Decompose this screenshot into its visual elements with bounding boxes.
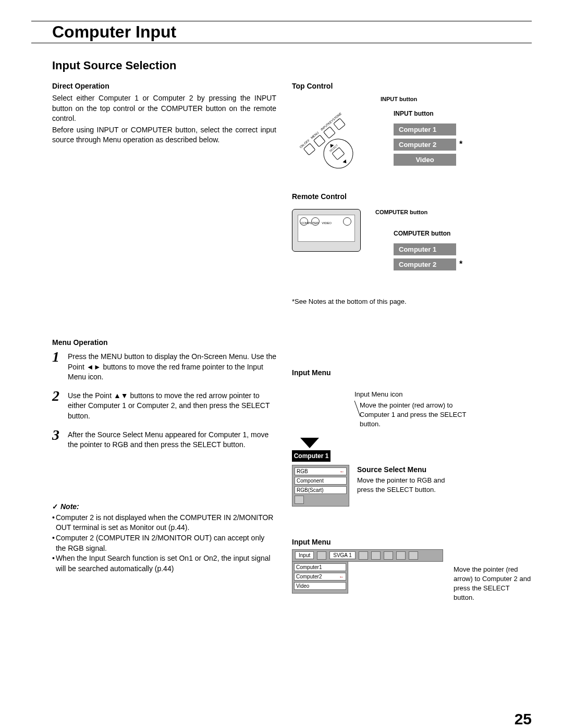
step-text: Use the Point ▲▼ buttons to move the red… bbox=[68, 389, 276, 422]
list-item: Computer2← bbox=[294, 573, 346, 581]
toolbar-icon bbox=[317, 551, 326, 560]
page-title: Computer Input bbox=[52, 22, 532, 42]
list-item: Computer1 bbox=[294, 563, 346, 571]
list-item: Video bbox=[294, 582, 346, 590]
toolbar-icon bbox=[371, 551, 381, 560]
down-arrow-icon bbox=[300, 438, 319, 448]
input-button-label: INPUT button bbox=[394, 110, 434, 117]
toolbar-icon bbox=[409, 551, 418, 560]
input-menu-caption: Move the pointer (red arrow) to Computer… bbox=[360, 401, 474, 429]
source-select-caption: Move the pointer to RGB and press the SE… bbox=[357, 476, 461, 495]
top-control-diagram: ON-OFF MENU INPUT KEYSTONE SELECT bbox=[292, 98, 381, 171]
step-text: Press the MENU button to display the On-… bbox=[68, 350, 276, 382]
input-label: Input bbox=[295, 551, 314, 559]
input-menu-list: Computer1 Computer2← Video bbox=[292, 562, 348, 594]
option-video: Video bbox=[394, 154, 456, 166]
section-title: Input Source Selection bbox=[52, 59, 532, 72]
toolbar-icon bbox=[396, 551, 406, 560]
asterisk: * bbox=[459, 140, 462, 149]
menu-operation-heading: Menu Operation bbox=[52, 338, 276, 347]
computer-selection-box: Computer 1 bbox=[292, 450, 331, 462]
step-text: After the Source Select Menu appeared fo… bbox=[68, 428, 276, 450]
source-select-panel: RGB← Component RGB(Scart) bbox=[292, 465, 349, 507]
step-number: 3 bbox=[52, 428, 68, 450]
asterisk: * bbox=[459, 260, 462, 269]
mode-label: SVGA 1 bbox=[329, 551, 356, 559]
toolbar-icon bbox=[384, 551, 393, 560]
toolbar-icon bbox=[359, 551, 368, 560]
source-item: RGB← bbox=[295, 467, 347, 475]
footnote: *See Notes at the bottom of this page. bbox=[292, 298, 532, 305]
option-computer-1: Computer 1 bbox=[394, 243, 456, 255]
input-menu-2-caption: Move the pointer (red arrow) to Computer… bbox=[454, 565, 532, 603]
direct-operation-heading: Direct Operation bbox=[52, 82, 276, 90]
source-item: RGB(Scart) bbox=[295, 486, 347, 494]
option-computer-2: Computer 2 bbox=[394, 258, 456, 270]
page-number: 25 bbox=[515, 710, 532, 728]
input-menu-2-heading: Input Menu bbox=[292, 538, 532, 546]
top-control-heading: Top Control bbox=[292, 82, 532, 90]
computer-button-label-small: COMPUTER button bbox=[375, 209, 427, 215]
computer-button-label: COMPUTER button bbox=[394, 230, 450, 237]
option-computer-1: Computer 1 bbox=[394, 124, 456, 135]
source-select-heading: Source Select Menu bbox=[357, 465, 461, 475]
source-item: Component bbox=[295, 477, 347, 485]
input-menu-heading: Input Menu bbox=[292, 368, 331, 377]
direct-operation-para2: Before using INPUT or COMPUTER button, s… bbox=[52, 125, 276, 145]
step-number: 1 bbox=[52, 350, 68, 382]
step-number: 2 bbox=[52, 389, 68, 422]
input-menu-toolbar: Input SVGA 1 bbox=[292, 549, 443, 562]
note-bullet: Computer 2 (COMPUTER IN 2/MONITOR OUT) c… bbox=[56, 533, 276, 553]
direct-operation-para1: Select either Computer 1 or Computer 2 b… bbox=[52, 93, 276, 124]
option-computer-2: Computer 2 bbox=[394, 139, 456, 151]
remote-control-heading: Remote Control bbox=[292, 192, 532, 201]
note-bullet: Computer 2 is not displayed when the COM… bbox=[56, 513, 276, 533]
input-menu-icon-label: Input Menu icon bbox=[354, 390, 403, 398]
note-heading: Note: bbox=[52, 502, 276, 511]
note-bullet: When the Input Search function is set On… bbox=[56, 553, 276, 574]
back-icon bbox=[295, 496, 304, 504]
input-button-label-small: INPUT button bbox=[381, 96, 417, 102]
remote-control-diagram: COMPUTER VIDEO bbox=[292, 209, 361, 252]
